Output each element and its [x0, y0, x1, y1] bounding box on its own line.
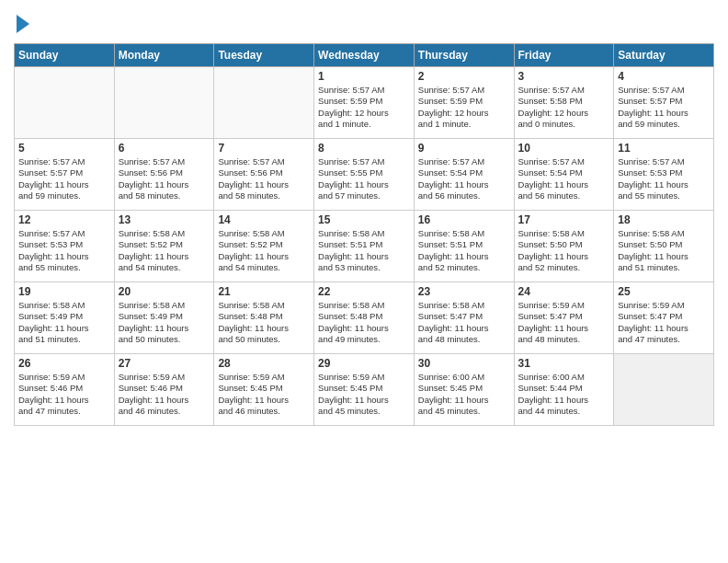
day-number: 29	[318, 357, 410, 370]
day-info: Daylight: 11 hours	[518, 251, 610, 262]
day-info: and 59 minutes.	[18, 190, 110, 201]
day-info: Daylight: 11 hours	[418, 251, 510, 262]
calendar-cell: 22Sunrise: 5:58 AMSunset: 5:48 PMDayligh…	[314, 282, 415, 354]
day-info: and 55 minutes.	[618, 190, 710, 201]
calendar-cell: 7Sunrise: 5:57 AMSunset: 5:56 PMDaylight…	[214, 139, 314, 211]
day-info: Daylight: 11 hours	[618, 251, 710, 262]
calendar-cell	[15, 67, 115, 139]
day-info: Sunset: 5:59 PM	[418, 96, 510, 107]
day-info: Sunset: 5:57 PM	[18, 167, 110, 178]
day-info: Sunset: 5:53 PM	[18, 239, 110, 250]
calendar-cell: 25Sunrise: 5:59 AMSunset: 5:47 PMDayligh…	[614, 282, 714, 354]
day-info: and 49 minutes.	[318, 334, 410, 345]
day-info: Sunset: 5:49 PM	[18, 311, 110, 322]
col-header-friday: Friday	[514, 44, 614, 67]
day-info: Daylight: 11 hours	[318, 179, 410, 190]
day-info: Sunset: 5:47 PM	[518, 311, 610, 322]
logo-arrow-icon	[17, 15, 29, 33]
day-info: and 44 minutes.	[518, 406, 610, 417]
day-info: and 47 minutes.	[618, 334, 710, 345]
day-info: Sunrise: 5:58 AM	[218, 300, 310, 311]
day-info: Sunset: 5:47 PM	[618, 311, 710, 322]
day-info: Sunset: 5:45 PM	[418, 383, 510, 394]
day-info: and 53 minutes.	[318, 262, 410, 273]
day-number: 10	[518, 142, 610, 155]
day-number: 28	[218, 357, 310, 370]
day-info: and 51 minutes.	[618, 262, 710, 273]
day-number: 21	[218, 285, 310, 298]
day-info: Daylight: 11 hours	[18, 323, 110, 334]
day-info: and 58 minutes.	[119, 190, 210, 201]
day-info: Daylight: 11 hours	[318, 323, 410, 334]
calendar-cell: 30Sunrise: 6:00 AMSunset: 5:45 PMDayligh…	[414, 354, 514, 426]
day-number: 27	[119, 357, 210, 370]
calendar-cell: 6Sunrise: 5:57 AMSunset: 5:56 PMDaylight…	[114, 139, 214, 211]
day-info: Sunset: 5:50 PM	[518, 239, 610, 250]
day-info: Daylight: 11 hours	[18, 179, 110, 190]
day-number: 6	[119, 142, 210, 155]
day-info: and 58 minutes.	[218, 190, 310, 201]
day-info: and 48 minutes.	[518, 334, 610, 345]
calendar-cell: 28Sunrise: 5:59 AMSunset: 5:45 PMDayligh…	[214, 354, 314, 426]
day-info: Sunset: 5:48 PM	[218, 311, 310, 322]
day-info: Sunset: 5:47 PM	[418, 311, 510, 322]
day-info: Daylight: 11 hours	[218, 251, 310, 262]
day-info: Sunset: 5:53 PM	[618, 167, 710, 178]
day-info: Sunset: 5:52 PM	[119, 239, 210, 250]
day-info: Sunrise: 5:57 AM	[119, 156, 210, 167]
day-info: Sunrise: 5:57 AM	[518, 156, 610, 167]
day-info: and 46 minutes.	[218, 406, 310, 417]
day-info: Daylight: 11 hours	[618, 108, 710, 119]
day-info: Sunrise: 5:59 AM	[218, 372, 310, 383]
calendar-cell: 31Sunrise: 6:00 AMSunset: 5:44 PMDayligh…	[514, 354, 614, 426]
day-info: Sunrise: 5:58 AM	[418, 228, 510, 239]
logo	[14, 14, 29, 34]
day-number: 9	[418, 142, 510, 155]
day-number: 25	[618, 285, 710, 298]
day-info: Sunset: 5:44 PM	[518, 383, 610, 394]
day-info: Sunrise: 5:58 AM	[418, 300, 510, 311]
calendar-cell: 13Sunrise: 5:58 AMSunset: 5:52 PMDayligh…	[114, 211, 214, 282]
day-info: Sunset: 5:56 PM	[218, 167, 310, 178]
day-number: 17	[518, 213, 610, 226]
day-info: and 54 minutes.	[218, 262, 310, 273]
day-info: Sunset: 5:58 PM	[518, 96, 610, 107]
calendar-cell: 3Sunrise: 5:57 AMSunset: 5:58 PMDaylight…	[514, 67, 614, 139]
calendar-cell	[614, 354, 714, 426]
day-info: Daylight: 12 hours	[518, 108, 610, 119]
calendar-week-row: 5Sunrise: 5:57 AMSunset: 5:57 PMDaylight…	[15, 139, 714, 211]
day-info: Daylight: 11 hours	[418, 323, 510, 334]
col-header-saturday: Saturday	[614, 44, 714, 67]
col-header-wednesday: Wednesday	[314, 44, 415, 67]
day-info: Daylight: 11 hours	[119, 251, 210, 262]
day-info: Sunrise: 5:57 AM	[18, 156, 110, 167]
day-info: and 45 minutes.	[318, 406, 410, 417]
day-number: 8	[318, 142, 410, 155]
day-info: and 48 minutes.	[418, 334, 510, 345]
calendar-cell: 8Sunrise: 5:57 AMSunset: 5:55 PMDaylight…	[314, 139, 415, 211]
day-info: and 59 minutes.	[618, 119, 710, 130]
col-header-monday: Monday	[114, 44, 214, 67]
day-info: Daylight: 11 hours	[218, 179, 310, 190]
calendar-cell: 15Sunrise: 5:58 AMSunset: 5:51 PMDayligh…	[314, 211, 415, 282]
day-info: Daylight: 11 hours	[618, 323, 710, 334]
calendar-cell: 29Sunrise: 5:59 AMSunset: 5:45 PMDayligh…	[314, 354, 415, 426]
calendar-cell: 4Sunrise: 5:57 AMSunset: 5:57 PMDaylight…	[614, 67, 714, 139]
day-number: 26	[18, 357, 110, 370]
day-info: Sunrise: 5:57 AM	[18, 228, 110, 239]
calendar-header-row: SundayMondayTuesdayWednesdayThursdayFrid…	[15, 44, 714, 67]
day-info: Sunrise: 5:58 AM	[18, 300, 110, 311]
day-info: Sunrise: 5:57 AM	[618, 156, 710, 167]
day-info: Sunrise: 5:58 AM	[318, 228, 410, 239]
calendar-cell: 11Sunrise: 5:57 AMSunset: 5:53 PMDayligh…	[614, 139, 714, 211]
day-info: and 56 minutes.	[418, 190, 510, 201]
day-number: 24	[518, 285, 610, 298]
day-info: and 52 minutes.	[418, 262, 510, 273]
day-number: 13	[119, 213, 210, 226]
day-number: 16	[418, 213, 510, 226]
day-info: and 54 minutes.	[119, 262, 210, 273]
calendar-cell: 23Sunrise: 5:58 AMSunset: 5:47 PMDayligh…	[414, 282, 514, 354]
day-info: Sunrise: 5:59 AM	[119, 372, 210, 383]
calendar-cell	[214, 67, 314, 139]
calendar-cell: 18Sunrise: 5:58 AMSunset: 5:50 PMDayligh…	[614, 211, 714, 282]
